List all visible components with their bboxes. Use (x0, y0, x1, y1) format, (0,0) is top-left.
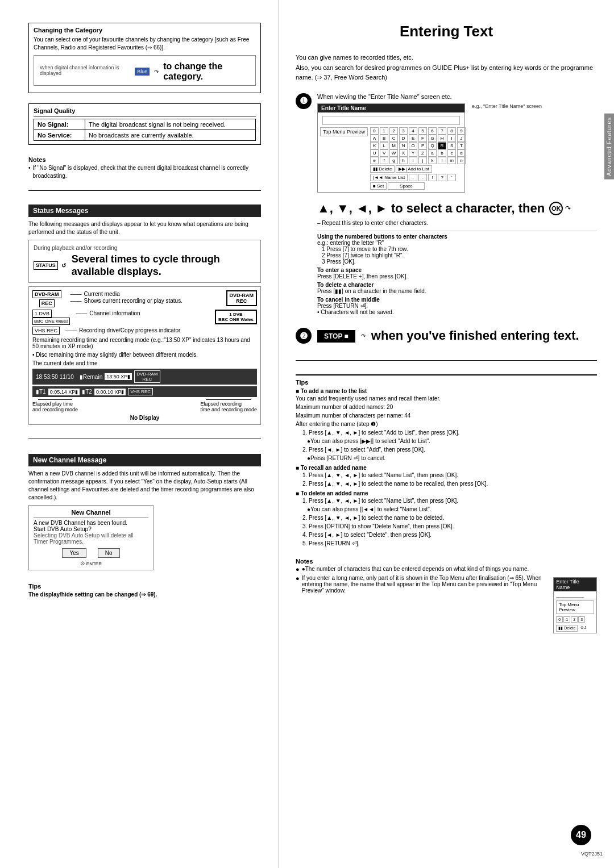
char-cell[interactable]: ' (447, 174, 456, 181)
note-right-text-1: ●The number of characters that can be en… (302, 566, 529, 572)
bbc-one-label: BBC ONE Wales (32, 318, 70, 325)
delete-btn[interactable]: ▮▮ Delete (370, 165, 395, 173)
char-cell[interactable]: 9 (457, 127, 466, 135)
char-cell[interactable]: W (389, 149, 398, 157)
char-cell[interactable]: A (370, 135, 379, 142)
char-cell[interactable]: g (389, 157, 398, 164)
char-cell[interactable]: a (428, 149, 437, 157)
char-cell[interactable]: G (428, 135, 437, 142)
char-cell[interactable]: 3 (399, 127, 408, 135)
page-container: Changing the Category You can select one… (0, 0, 614, 868)
char-cell[interactable]: P (418, 142, 427, 149)
space-btn[interactable]: Space (388, 182, 425, 190)
ok-circle[interactable]: OK (549, 202, 563, 215)
char-cell[interactable]: j (418, 157, 427, 164)
dvd-1-box: 1 DVB (32, 310, 52, 318)
char-cell[interactable]: H (438, 135, 446, 142)
char-cell[interactable]: 2 (389, 127, 398, 135)
note-right-2: ● If you enter a long name, only part of… (296, 575, 597, 636)
char-cell-selected[interactable]: R (438, 142, 446, 149)
char-small[interactable]: 2 (571, 616, 578, 623)
char-cell[interactable]: N (399, 142, 408, 149)
using-numbered-title: Using the numbered buttons to enter char… (317, 233, 597, 240)
divider-right (296, 360, 597, 361)
char-cell[interactable]: - (418, 174, 427, 181)
t1-label: ▮T1 (36, 389, 46, 395)
char-cell[interactable]: l (438, 157, 446, 164)
char-cell[interactable]: T (457, 142, 466, 149)
char-cell[interactable]: J (457, 135, 466, 142)
char-cell[interactable]: . (409, 174, 417, 181)
page-number: 49 (571, 825, 591, 845)
char-cell[interactable]: Q (428, 142, 437, 149)
char-cell[interactable]: h (399, 157, 408, 164)
time-display-row2: ▮T1 0:05.14 XP▮ ▮T2 0:00.10 XP▮ VHS REC (32, 386, 257, 397)
status-messages-section: Status Messages The following messages a… (28, 205, 261, 428)
char-cell[interactable]: Z (418, 149, 427, 157)
char-cell[interactable]: b (438, 149, 446, 157)
stop-btn-area: STOP ■ ↷ when you've finished entering t… (317, 328, 597, 344)
char-cell[interactable]: n (457, 157, 466, 164)
small-delete-btn[interactable]: ▮▮ Delete (556, 625, 578, 632)
char-cell[interactable]: i (409, 157, 417, 164)
char-cell[interactable]: e (370, 157, 379, 164)
dvd-ram-label: DVD-RAM (32, 290, 61, 298)
char-cell[interactable]: 1 (380, 127, 388, 135)
set-btn[interactable]: ■ Set (370, 182, 387, 190)
char-cell[interactable]: ! (428, 174, 437, 181)
char-cell[interactable]: k (428, 157, 437, 164)
char-cell[interactable]: F (418, 135, 427, 142)
name-list-btn[interactable]: |◄◄ Name List (370, 174, 408, 181)
char-cell[interactable]: Y (409, 149, 417, 157)
char-cell[interactable]: S (447, 142, 456, 149)
new-channel-box-title: New Channel (34, 509, 148, 518)
char-cell[interactable]: d (457, 149, 466, 157)
char-cell[interactable]: I (447, 135, 456, 142)
char-cell[interactable]: K (370, 142, 379, 149)
char-cell[interactable]: ? (438, 174, 446, 181)
char-cell[interactable]: c (447, 149, 456, 157)
nav-text: ▲, ▼, ◄, ► to select a character, then (317, 201, 545, 217)
blue-btn[interactable]: Blue (135, 68, 150, 76)
step2-content: STOP ■ ↷ when you've finished entering t… (317, 328, 597, 344)
char-cell[interactable]: L (380, 142, 388, 149)
stop-button[interactable]: STOP ■ (317, 330, 355, 343)
control-row3: ■ Set Space (370, 182, 505, 190)
char-cell[interactable]: f (380, 157, 388, 164)
yes-button[interactable]: Yes (62, 548, 86, 558)
no-button[interactable]: No (98, 548, 120, 558)
add-to-list-btn[interactable]: ▶▶| Add to List (396, 165, 432, 173)
char-cell[interactable]: V (380, 149, 388, 157)
new-channel-body: When a new DVB channel is added this uni… (28, 470, 261, 502)
char-cell[interactable]: 0 (370, 127, 379, 135)
status-badge: STATUS (34, 261, 58, 270)
time-display: 18:53:50 11/10 (36, 374, 74, 380)
char-cell[interactable]: 7 (438, 127, 446, 135)
char-cell[interactable]: E (409, 135, 417, 142)
delete-char-text: Press [▮▮] on a character in the name fi… (317, 288, 597, 294)
char-cell[interactable]: 6 (428, 127, 437, 135)
char-small[interactable]: 1 (563, 616, 570, 623)
char-cell[interactable]: 8 (447, 127, 456, 135)
char-cell[interactable]: C (389, 135, 398, 142)
tips-title: Tips (28, 583, 261, 590)
line-item: —— Recording drive/Copy progress indicat… (63, 327, 180, 333)
char-cell[interactable]: O (409, 142, 417, 149)
dvd-ram-small: DVD-RAMREC (134, 370, 160, 383)
char-cell[interactable]: M (389, 142, 398, 149)
enter-space-text: Press [DELETE +], then press [OK]. (317, 273, 597, 279)
new-channel-buttons: Yes No (34, 548, 148, 558)
char-cell[interactable]: 5 (418, 127, 427, 135)
enter-title-small-header: Enter Title Name (554, 578, 596, 591)
cancel-title: To cancel in the middle (317, 297, 597, 303)
char-small[interactable]: 3 (578, 616, 585, 623)
char-cell[interactable]: D (399, 135, 408, 142)
divider2 (28, 439, 261, 439)
char-cell[interactable]: B (380, 135, 388, 142)
char-cell[interactable]: m (447, 157, 456, 164)
note-text-1: If "No Signal" is displayed, check that … (33, 164, 261, 180)
char-cell[interactable]: U (370, 149, 379, 157)
char-small[interactable]: 0 (556, 616, 563, 623)
char-cell[interactable]: X (399, 149, 408, 157)
char-cell[interactable]: 4 (409, 127, 417, 135)
